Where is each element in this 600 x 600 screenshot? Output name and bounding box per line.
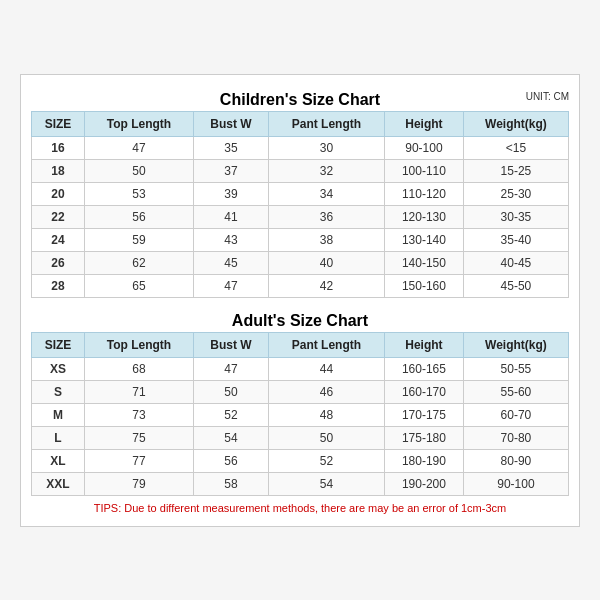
table-cell: 90-100 bbox=[385, 136, 464, 159]
table-cell: 50 bbox=[84, 159, 193, 182]
table-cell: 59 bbox=[84, 228, 193, 251]
table-cell: 34 bbox=[268, 182, 384, 205]
table-cell: 47 bbox=[84, 136, 193, 159]
table-cell: XL bbox=[32, 449, 85, 472]
adult-table-body: XS684744160-16550-55S715046160-17055-60M… bbox=[32, 357, 569, 495]
table-cell: 170-175 bbox=[385, 403, 464, 426]
table-cell: 50 bbox=[268, 426, 384, 449]
table-row: 22564136120-13030-35 bbox=[32, 205, 569, 228]
adult-header-row: SIZE Top Length Bust W Pant Length Heigh… bbox=[32, 332, 569, 357]
table-cell: 62 bbox=[84, 251, 193, 274]
table-cell: 45 bbox=[194, 251, 269, 274]
adult-title: Adult's Size Chart bbox=[31, 304, 569, 332]
table-cell: 40-45 bbox=[463, 251, 568, 274]
table-cell: 42 bbox=[268, 274, 384, 297]
table-cell: 110-120 bbox=[385, 182, 464, 205]
table-cell: 44 bbox=[268, 357, 384, 380]
children-table: SIZE Top Length Bust W Pant Length Heigh… bbox=[31, 111, 569, 298]
table-row: M735248170-17560-70 bbox=[32, 403, 569, 426]
table-cell: M bbox=[32, 403, 85, 426]
children-title-text: Children's Size Chart bbox=[220, 91, 380, 108]
table-cell: 65 bbox=[84, 274, 193, 297]
table-cell: 45-50 bbox=[463, 274, 568, 297]
col-weight-adult: Weight(kg) bbox=[463, 332, 568, 357]
table-cell: 20 bbox=[32, 182, 85, 205]
table-cell: 30-35 bbox=[463, 205, 568, 228]
adult-table: SIZE Top Length Bust W Pant Length Heigh… bbox=[31, 332, 569, 496]
col-weight: Weight(kg) bbox=[463, 111, 568, 136]
table-cell: 54 bbox=[268, 472, 384, 495]
table-row: 18503732100-11015-25 bbox=[32, 159, 569, 182]
table-cell: 79 bbox=[84, 472, 193, 495]
table-cell: 38 bbox=[268, 228, 384, 251]
table-cell: 80-90 bbox=[463, 449, 568, 472]
table-cell: 56 bbox=[84, 205, 193, 228]
table-cell: 55-60 bbox=[463, 380, 568, 403]
adult-title-text: Adult's Size Chart bbox=[232, 312, 368, 329]
table-cell: 58 bbox=[194, 472, 269, 495]
col-size-adult: SIZE bbox=[32, 332, 85, 357]
table-cell: 35-40 bbox=[463, 228, 568, 251]
table-cell: 43 bbox=[194, 228, 269, 251]
table-cell: 47 bbox=[194, 274, 269, 297]
col-pant-length: Pant Length bbox=[268, 111, 384, 136]
table-cell: 41 bbox=[194, 205, 269, 228]
table-cell: 75 bbox=[84, 426, 193, 449]
table-cell: 26 bbox=[32, 251, 85, 274]
table-cell: 68 bbox=[84, 357, 193, 380]
table-cell: XXL bbox=[32, 472, 85, 495]
col-pant-length-adult: Pant Length bbox=[268, 332, 384, 357]
col-height-adult: Height bbox=[385, 332, 464, 357]
table-row: XXL795854190-20090-100 bbox=[32, 472, 569, 495]
table-row: S715046160-17055-60 bbox=[32, 380, 569, 403]
col-top-length-adult: Top Length bbox=[84, 332, 193, 357]
table-cell: L bbox=[32, 426, 85, 449]
table-cell: 160-165 bbox=[385, 357, 464, 380]
table-cell: 36 bbox=[268, 205, 384, 228]
table-cell: 35 bbox=[194, 136, 269, 159]
table-cell: 30 bbox=[268, 136, 384, 159]
table-cell: XS bbox=[32, 357, 85, 380]
table-cell: 15-25 bbox=[463, 159, 568, 182]
children-header-row: SIZE Top Length Bust W Pant Length Heigh… bbox=[32, 111, 569, 136]
tips-text: TIPS: Due to different measurement metho… bbox=[31, 496, 569, 516]
table-cell: 28 bbox=[32, 274, 85, 297]
table-cell: 130-140 bbox=[385, 228, 464, 251]
col-height: Height bbox=[385, 111, 464, 136]
table-cell: 70-80 bbox=[463, 426, 568, 449]
table-cell: 90-100 bbox=[463, 472, 568, 495]
table-cell: 24 bbox=[32, 228, 85, 251]
table-cell: 22 bbox=[32, 205, 85, 228]
table-row: 24594338130-14035-40 bbox=[32, 228, 569, 251]
col-bust-w-adult: Bust W bbox=[194, 332, 269, 357]
table-cell: 47 bbox=[194, 357, 269, 380]
table-cell: 175-180 bbox=[385, 426, 464, 449]
table-cell: 52 bbox=[194, 403, 269, 426]
table-cell: 160-170 bbox=[385, 380, 464, 403]
table-row: XS684744160-16550-55 bbox=[32, 357, 569, 380]
table-row: 1647353090-100<15 bbox=[32, 136, 569, 159]
table-cell: 100-110 bbox=[385, 159, 464, 182]
table-cell: 32 bbox=[268, 159, 384, 182]
table-cell: 180-190 bbox=[385, 449, 464, 472]
children-table-body: 1647353090-100<1518503732100-11015-25205… bbox=[32, 136, 569, 297]
table-row: XL775652180-19080-90 bbox=[32, 449, 569, 472]
table-cell: 73 bbox=[84, 403, 193, 426]
table-row: L755450175-18070-80 bbox=[32, 426, 569, 449]
table-cell: 52 bbox=[268, 449, 384, 472]
table-cell: 25-30 bbox=[463, 182, 568, 205]
table-cell: 140-150 bbox=[385, 251, 464, 274]
table-cell: 48 bbox=[268, 403, 384, 426]
children-title: Children's Size Chart UNIT: CM bbox=[31, 85, 569, 111]
table-cell: 120-130 bbox=[385, 205, 464, 228]
table-cell: 71 bbox=[84, 380, 193, 403]
table-row: 20533934110-12025-30 bbox=[32, 182, 569, 205]
table-cell: 18 bbox=[32, 159, 85, 182]
table-cell: 16 bbox=[32, 136, 85, 159]
table-cell: <15 bbox=[463, 136, 568, 159]
table-cell: 190-200 bbox=[385, 472, 464, 495]
table-cell: 40 bbox=[268, 251, 384, 274]
table-cell: 50 bbox=[194, 380, 269, 403]
table-cell: 56 bbox=[194, 449, 269, 472]
table-row: 28654742150-16045-50 bbox=[32, 274, 569, 297]
